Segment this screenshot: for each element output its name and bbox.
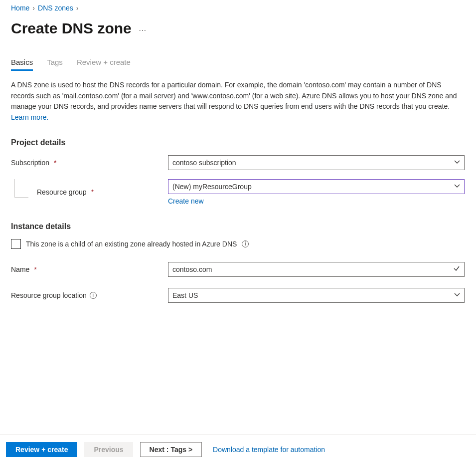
rg-location-select[interactable]: East US (168, 288, 465, 303)
chevron-right-icon: › (32, 4, 35, 12)
rg-location-label: Resource group location (11, 291, 87, 299)
name-label: Name (11, 265, 29, 273)
subscription-value: contoso subscription (172, 159, 236, 167)
chevron-down-icon (454, 183, 460, 191)
resource-group-select[interactable]: (New) myResourceGroup (168, 179, 465, 194)
more-icon[interactable]: … (139, 24, 148, 33)
create-new-link[interactable]: Create new (168, 197, 204, 205)
check-icon (453, 265, 460, 273)
tab-tags[interactable]: Tags (47, 58, 63, 71)
tabs: Basics Tags Review + create (11, 58, 465, 71)
chevron-down-icon (454, 291, 460, 299)
name-input[interactable]: contoso.com (168, 262, 465, 277)
page-title: Create DNS zone (11, 20, 132, 37)
rg-location-value: East US (172, 291, 198, 299)
info-icon[interactable]: i (90, 292, 97, 299)
required-icon: * (91, 188, 94, 196)
next-button[interactable]: Next : Tags > (140, 442, 202, 457)
tab-review[interactable]: Review + create (77, 58, 131, 71)
child-zone-checkbox[interactable] (11, 239, 21, 249)
resource-group-label: Resource group (37, 188, 87, 196)
breadcrumb-home[interactable]: Home (11, 4, 29, 12)
chevron-right-icon: › (76, 4, 79, 12)
subscription-label: Subscription (11, 159, 49, 167)
chevron-down-icon (454, 159, 460, 167)
child-zone-label: This zone is a child of an existing zone… (26, 240, 237, 248)
required-icon: * (54, 159, 56, 167)
tab-basics[interactable]: Basics (11, 58, 33, 71)
required-icon: * (34, 265, 36, 273)
footer: Review + create Previous Next : Tags > D… (0, 435, 476, 464)
breadcrumb: Home › DNS zones › (11, 4, 465, 12)
download-template-link[interactable]: Download a template for automation (213, 446, 325, 454)
name-value: contoso.com (172, 265, 212, 273)
previous-button[interactable]: Previous (84, 442, 133, 457)
resource-group-value: (New) myResourceGroup (172, 183, 252, 191)
review-create-button[interactable]: Review + create (6, 442, 77, 457)
project-details-heading: Project details (11, 138, 465, 147)
subscription-select[interactable]: contoso subscription (168, 155, 465, 170)
description: A DNS zone is used to host the DNS recor… (11, 80, 465, 123)
learn-more-link[interactable]: Learn more. (11, 113, 48, 121)
description-text: A DNS zone is used to host the DNS recor… (11, 81, 457, 110)
breadcrumb-dns-zones[interactable]: DNS zones (38, 4, 73, 12)
instance-details-heading: Instance details (11, 222, 465, 231)
info-icon[interactable]: i (242, 240, 249, 247)
